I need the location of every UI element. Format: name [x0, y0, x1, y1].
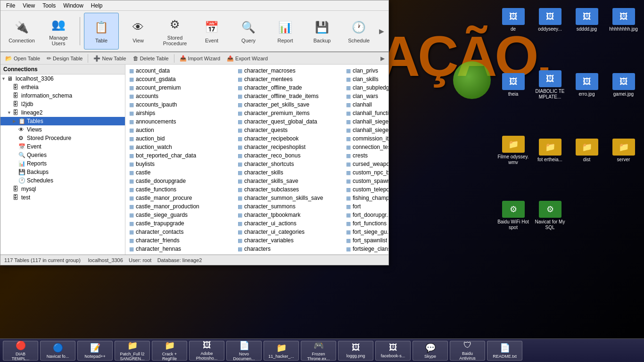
- table-item[interactable]: ▦ fort_doorupgr...: [344, 211, 388, 219]
- table-item[interactable]: ▦ character_skills: [236, 168, 344, 177]
- tree-row-ertheia[interactable]: 🗄ertheia: [0, 83, 125, 91]
- menu-item-help[interactable]: Help: [87, 1, 107, 10]
- table-item[interactable]: ▦ character_quest_global_data: [236, 117, 344, 126]
- action-btn-delete-table[interactable]: 🗑Delete Table: [130, 53, 172, 64]
- table-item[interactable]: ▦ character_contacts: [127, 228, 236, 236]
- table-item[interactable]: ▦ fort: [344, 202, 388, 211]
- tree-row-backups-lineage2[interactable]: 💾Backups: [0, 168, 125, 176]
- table-item[interactable]: ▦ castle_manor_production: [127, 202, 236, 211]
- table-item[interactable]: ▦ custom_spawn...: [344, 177, 388, 185]
- tree-row-views-lineage2[interactable]: 👁Views: [0, 125, 125, 134]
- desktop-icon-erro[interactable]: 🖼 erro.jpg: [569, 67, 604, 103]
- desktop-icon-de[interactable]: 🖼 de: [495, 2, 531, 38]
- menu-item-window[interactable]: Window: [59, 1, 87, 10]
- taskbar-item-readme[interactable]: 📄 README.txt: [487, 341, 522, 361]
- toolbar-btn-connection[interactable]: 🔌 Connection: [4, 13, 39, 49]
- table-item[interactable]: ▦ connection_tes...: [344, 143, 388, 151]
- table-item[interactable]: ▦ auction_watch: [127, 143, 236, 151]
- tree-row-test[interactable]: 🗄test: [0, 193, 125, 202]
- table-item[interactable]: ▦ character_mentees: [236, 75, 344, 83]
- table-item[interactable]: ▦ character_summon_skills_save: [236, 194, 344, 202]
- table-item[interactable]: ▦ auction: [127, 126, 236, 134]
- table-item[interactable]: ▦ custom_telepo...: [344, 185, 388, 194]
- table-item[interactable]: ▦ character_recipebook: [236, 134, 344, 143]
- table-item[interactable]: ▦ castle_doorupgrade: [127, 177, 236, 185]
- toolbar-btn-backup[interactable]: 💾 Backup: [305, 13, 339, 49]
- tree-expand-localhost[interactable]: ▼: [1, 76, 7, 81]
- table-item[interactable]: ▦ fishing_champi...: [344, 194, 388, 202]
- action-btn-design-table[interactable]: ✏Design Table: [44, 53, 85, 64]
- tree-row-reports-lineage2[interactable]: 📊Reports: [0, 159, 125, 168]
- table-item[interactable]: ▦ character_reco_bonus: [236, 151, 344, 160]
- table-item[interactable]: ▦ airships: [127, 109, 236, 117]
- toolbar-btn-report[interactable]: 📊 Report: [268, 13, 303, 49]
- table-item[interactable]: ▦ auction_bid: [127, 134, 236, 143]
- table-item[interactable]: ▦ castle_manor_procure: [127, 194, 236, 202]
- menu-item-file[interactable]: File: [2, 1, 19, 10]
- table-item[interactable]: ▦ castle: [127, 168, 236, 177]
- table-item[interactable]: ▦ bot_reported_char_data: [127, 151, 236, 160]
- table-item[interactable]: ▦ character_offline_trade_items: [236, 92, 344, 100]
- taskbar-item-skype[interactable]: 💬 Skype: [413, 341, 448, 361]
- toolbar-btn-table[interactable]: 📋 Table: [84, 13, 119, 49]
- tree-row-mysql[interactable]: 🗄mysql: [0, 185, 125, 193]
- table-item[interactable]: ▦ fort_spawnlist: [344, 236, 388, 245]
- desktop-icon-baidu-wifi[interactable]: ⚙ Baidu WiFi Hotspot: [495, 198, 531, 233]
- tree-row-schedules-lineage2[interactable]: 🕐Schedules: [0, 176, 125, 185]
- table-item[interactable]: ▦ character_subclasses: [236, 185, 344, 194]
- toolbar-more-arrow[interactable]: ▶: [378, 13, 385, 49]
- table-item[interactable]: ▦ character_recipeshoplist: [236, 143, 344, 151]
- table-item[interactable]: ▦ character_skills_save: [236, 177, 344, 185]
- desktop-icon-sdddd[interactable]: 🖼 sdddd.jpg: [569, 2, 604, 38]
- toolbar-btn-event[interactable]: 📅 Event: [194, 13, 229, 49]
- table-item[interactable]: ▦ clanhall_siege_...: [344, 117, 388, 126]
- table-item[interactable]: ▦ fort_functions: [344, 219, 388, 228]
- desktop-icon-hhhhhhhh[interactable]: 🖼 hhhhhhhh.jpg: [606, 2, 641, 38]
- taskbar-item-diab[interactable]: 🔴 DIAB TEMPL...: [3, 341, 38, 361]
- table-item[interactable]: ▦ fort_siege_gu...: [344, 228, 388, 236]
- table-item[interactable]: ▦ character_summons: [236, 202, 344, 211]
- tree-expand-lineage2[interactable]: ▼: [7, 110, 13, 115]
- table-item[interactable]: ▦ accounts_ipauth: [127, 100, 236, 109]
- taskbar-item-adobe[interactable]: 🖼 Adobe Photosho...: [189, 341, 224, 361]
- table-item[interactable]: ▦ character_friends: [127, 236, 236, 245]
- action-bar-more-arrow[interactable]: ▶: [379, 55, 387, 62]
- toolbar-btn-stored-procedure[interactable]: ⚙ Stored Procedure: [157, 13, 192, 49]
- menu-item-view[interactable]: View: [19, 1, 39, 10]
- action-btn-import-wizard[interactable]: 📥Import Wizard: [177, 53, 223, 64]
- table-item[interactable]: ▦ announcements: [127, 117, 236, 126]
- tree-expand-tables-lineage2[interactable]: ▶: [13, 119, 18, 123]
- table-item[interactable]: ▦ clan_subpledge: [344, 83, 388, 92]
- desktop-icon-gamei[interactable]: 🖼 gamei.jpg: [606, 67, 641, 103]
- table-item[interactable]: ▦ crests: [344, 151, 388, 160]
- table-item[interactable]: ▦ clan_skills: [344, 75, 388, 83]
- table-item[interactable]: ▦ clanhall_siege_...: [344, 126, 388, 134]
- table-item[interactable]: ▦ castle_trapupgrade: [127, 219, 236, 228]
- table-item[interactable]: ▦ character_variables: [236, 236, 344, 245]
- taskbar-item-crack[interactable]: 📁 Crack + RegFile: [152, 341, 187, 361]
- table-item[interactable]: ▦ character_offline_trade: [236, 83, 344, 92]
- toolbar-btn-manage-users[interactable]: 👥 Manage Users: [41, 13, 76, 49]
- table-item[interactable]: ▦ character_ui_categories: [236, 228, 344, 236]
- taskbar-item-patch[interactable]: 📁 Patch_Full l2 SANGREN...: [115, 341, 150, 361]
- taskbar-item-frozen[interactable]: 🎮 Frozen Throne.ex...: [301, 341, 336, 361]
- table-item[interactable]: ▦ character_ui_actions: [236, 219, 344, 228]
- taskbar-item-notepad[interactable]: 📝 Notepad++: [77, 341, 113, 361]
- table-item[interactable]: ▦ account_gsdata: [127, 75, 236, 83]
- desktop-icon-navicat-icon[interactable]: ⚙ Navicat for MySQL: [532, 198, 568, 233]
- toolbar-btn-schedule[interactable]: 🕐 Schedule: [341, 13, 376, 49]
- table-item[interactable]: ▦ character_tpbookmark: [236, 211, 344, 219]
- action-btn-export-wizard[interactable]: 📤Export Wizard: [224, 53, 271, 64]
- table-item[interactable]: ▦ cursed_weapo...: [344, 160, 388, 168]
- tree-row-event-lineage2[interactable]: 📅Event: [0, 142, 125, 151]
- table-item[interactable]: ▦ custom_npc_b...: [344, 168, 388, 177]
- table-item[interactable]: ▦ character_premium_items: [236, 109, 344, 117]
- table-item[interactable]: ▦ character_hennas: [127, 245, 236, 253]
- table-item[interactable]: ▦ accounts: [127, 92, 236, 100]
- table-item[interactable]: ▦ clanhall: [344, 100, 388, 109]
- table-item[interactable]: ▦ buylists: [127, 160, 236, 168]
- desktop-icon-fot[interactable]: 📁 fot ertheia...: [532, 133, 568, 168]
- desktop-icon-theia[interactable]: 🖼 theia: [495, 67, 531, 103]
- tree-row-localhost[interactable]: ▼🖥localhost_3306: [0, 74, 125, 83]
- tree-row-lineage2[interactable]: ▼🗄lineage2: [0, 108, 125, 117]
